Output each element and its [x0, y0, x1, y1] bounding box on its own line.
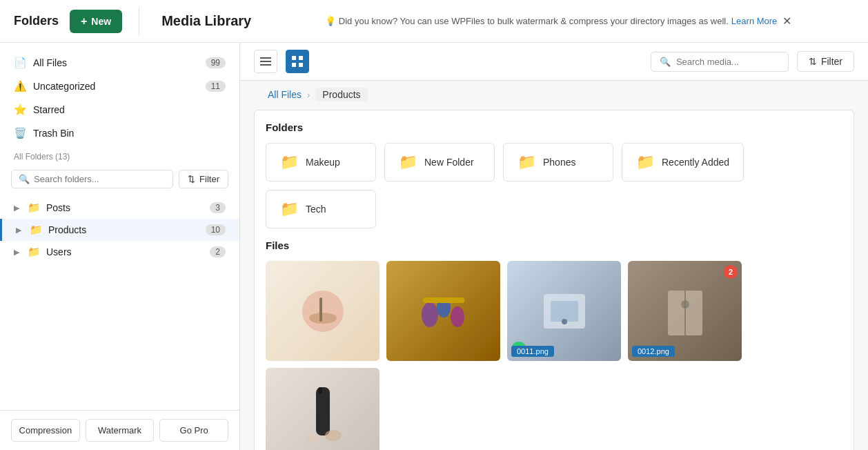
file-thumb-3[interactable]: + 0011.png	[507, 261, 621, 361]
search-icon: 🔍	[19, 174, 30, 184]
sidebar-uncategorized-label: Uncategorized	[33, 81, 199, 92]
notice-bar: 💡 Did you know? You can use WPFiles to b…	[262, 14, 854, 28]
folder-name: Phones	[543, 157, 575, 168]
file-thumb-4[interactable]: 2 0012.png	[628, 261, 742, 361]
breadcrumb-current: Products	[315, 88, 367, 101]
plus-icon: +	[81, 15, 87, 28]
files-section-label: Files	[266, 239, 842, 251]
svg-rect-6	[299, 63, 303, 67]
svg-rect-20	[316, 387, 330, 436]
chevron-icon: ▶	[16, 226, 24, 235]
posts-count: 3	[210, 202, 226, 213]
search-folders-input[interactable]	[34, 174, 166, 184]
folder-card-tech[interactable]: 📁 Tech	[266, 190, 376, 228]
filter-label: Filter	[199, 174, 219, 184]
content-area: 🔍 ⇅ Filter All Files › Products Folders	[240, 43, 868, 450]
filter-main-button[interactable]: ⇅ Filter	[797, 51, 854, 72]
uncategorized-count: 11	[206, 81, 226, 92]
users-label: Users	[46, 246, 204, 257]
sidebar-item-starred[interactable]: ⭐ Starred 0	[0, 98, 239, 121]
folder-card-new-folder[interactable]: 📁 New Folder	[384, 143, 495, 182]
new-button[interactable]: + New	[70, 10, 122, 33]
svg-rect-15	[551, 301, 578, 322]
sidebar-item-users[interactable]: ▶ 📁 Users 2	[0, 241, 239, 263]
svg-rect-5	[292, 63, 296, 67]
folder-name: Makeup	[306, 157, 340, 168]
all-files-count: 99	[206, 57, 226, 68]
folders-grid: 📁 Makeup 📁 New Folder 📁 Phones 📁 Recentl…	[266, 143, 842, 228]
sidebar-starred-label: Starred	[33, 104, 199, 115]
products-count: 10	[206, 224, 226, 235]
svg-rect-21	[318, 387, 322, 394]
sidebar: 📄 All Files 99 ⚠️ Uncategorized 11 ⭐ Sta…	[0, 43, 240, 450]
folder-icon: 📁	[280, 200, 299, 218]
svg-rect-13	[423, 297, 464, 303]
folder-name: Recently Added	[662, 157, 729, 168]
file-thumb-5[interactable]	[266, 368, 379, 450]
sidebar-item-all-files[interactable]: 📄 All Files 99	[0, 51, 239, 75]
main-layout: 📄 All Files 99 ⚠️ Uncategorized 11 ⭐ Sta…	[0, 43, 868, 450]
folder-icon: 📁	[399, 153, 417, 171]
folder-icon: 📁	[28, 246, 41, 258]
files-grid: + 0011.png	[266, 261, 842, 450]
folder-icon: 📁	[280, 153, 299, 171]
svg-rect-0	[260, 57, 271, 59]
breadcrumb-all-files[interactable]: All Files	[268, 89, 302, 100]
folder-card-recently-added[interactable]: 📁 Recently Added	[622, 143, 744, 182]
file-preview-icon	[409, 277, 478, 346]
new-button-label: New	[91, 16, 111, 27]
search-media-input[interactable]	[676, 57, 773, 67]
grid-view-button[interactable]	[286, 50, 309, 73]
sidebar-item-trash[interactable]: 🗑️ Trash Bin 0	[0, 121, 239, 145]
list-view-button[interactable]	[254, 50, 277, 73]
svg-point-22	[325, 430, 342, 441]
starred-icon: ⭐	[14, 104, 26, 116]
svg-point-16	[562, 319, 567, 324]
uncategorized-icon: ⚠️	[14, 80, 26, 92]
trash-icon: 🗑️	[14, 127, 26, 139]
sidebar-item-posts[interactable]: ▶ 📁 Posts 3	[0, 197, 239, 219]
sidebar-item-products[interactable]: ▶ 📁 Products 10	[0, 219, 239, 241]
folder-card-phones[interactable]: 📁 Phones	[503, 143, 613, 182]
breadcrumb-separator: ›	[307, 90, 310, 100]
sidebar-top: 📄 All Files 99 ⚠️ Uncategorized 11 ⭐ Sta…	[0, 43, 239, 410]
all-folders-label: All Folders (13)	[0, 145, 239, 164]
watermark-button[interactable]: Watermark	[86, 419, 155, 442]
folder-card-makeup[interactable]: 📁 Makeup	[266, 143, 376, 182]
close-icon[interactable]: ✕	[782, 14, 791, 28]
svg-point-8	[309, 313, 337, 324]
folder-icon: 📁	[636, 153, 655, 171]
svg-rect-3	[292, 56, 296, 60]
file-label-0012: 0012.png	[632, 346, 675, 357]
file-thumb-1[interactable]	[266, 261, 379, 361]
file-thumb-2[interactable]	[386, 261, 500, 361]
go-pro-button[interactable]: Go Pro	[159, 419, 228, 442]
folders-section: Folders 📁 Makeup 📁 New Folder 📁 Phones	[254, 110, 854, 450]
file-preview-icon	[295, 284, 351, 339]
search-media-wrap: 🔍	[651, 52, 789, 72]
filter-icon: ⇅	[188, 174, 195, 184]
list-icon	[260, 56, 271, 67]
file-icon: 📄	[14, 57, 26, 69]
search-icon: 🔍	[660, 57, 671, 67]
svg-rect-1	[260, 61, 271, 62]
svg-point-10	[422, 302, 438, 327]
folder-icon: 📁	[517, 153, 536, 171]
filter-folders-button[interactable]: ⇅ Filter	[179, 170, 228, 188]
users-count: 2	[210, 246, 226, 257]
files-section: Files	[266, 239, 842, 450]
search-folders-input-wrap: 🔍	[11, 170, 173, 188]
file-preview-icon	[658, 284, 713, 339]
file-badge-count: 2	[724, 265, 738, 279]
products-label: Products	[48, 224, 200, 235]
sidebar-item-uncategorized[interactable]: ⚠️ Uncategorized 11	[0, 75, 239, 98]
media-area: All Files › Products Folders 📁 Makeup 📁 …	[240, 81, 868, 450]
posts-label: Posts	[46, 202, 204, 213]
compression-button[interactable]: Compression	[11, 419, 80, 442]
chevron-icon: ▶	[14, 248, 22, 257]
file-preview-icon	[537, 284, 592, 339]
media-library-title: Media Library	[161, 13, 251, 29]
learn-more-link[interactable]: Learn More	[731, 16, 777, 26]
grid-icon	[292, 56, 303, 67]
filter-main-label: Filter	[821, 56, 842, 67]
